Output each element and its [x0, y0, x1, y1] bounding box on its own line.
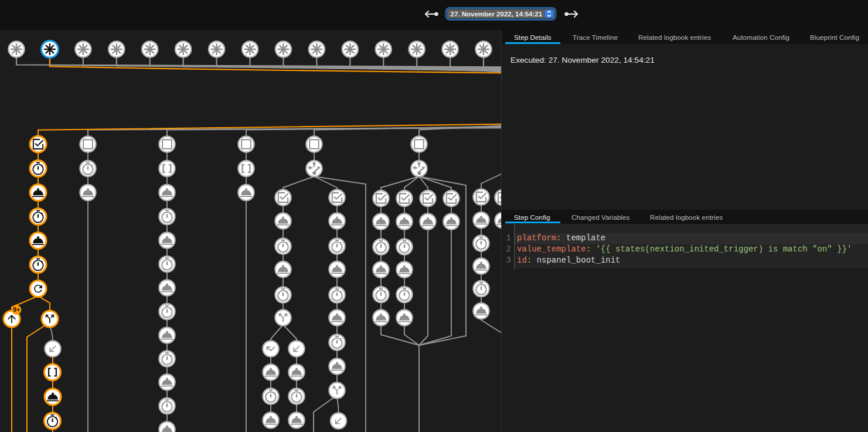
svg-text:9+: 9+	[13, 306, 20, 313]
svg-text:27. November 2022, 14:54:21: 27. November 2022, 14:54:21	[451, 11, 543, 18]
